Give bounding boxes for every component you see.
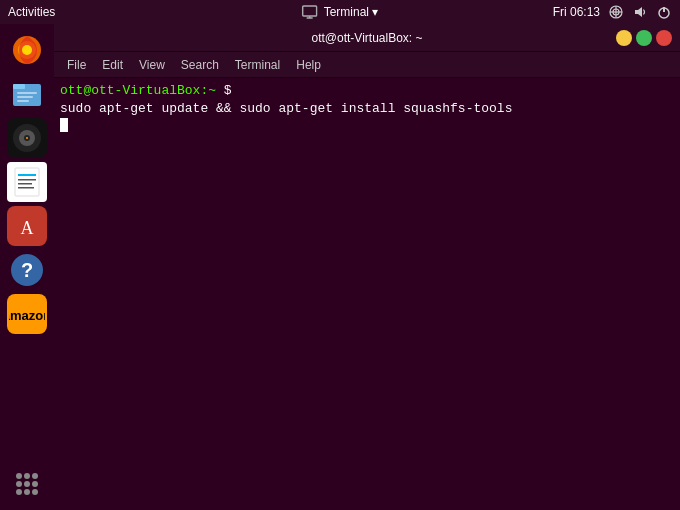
terminal-prompt-dollar: $ [216,82,239,100]
menu-edit[interactable]: Edit [95,56,130,74]
menu-terminal[interactable]: Terminal [228,56,287,74]
svg-rect-15 [17,92,37,94]
window-title-bar: ott@ott-VirtualBox: ~ [54,24,680,52]
system-clock: Fri 06:13 [553,5,600,19]
dock-show-apps[interactable] [7,464,47,504]
sound-icon[interactable] [632,4,648,20]
terminal-command: sudo apt-get update && sudo apt-get inst… [60,100,512,118]
svg-rect-16 [17,96,33,98]
dock-files[interactable] [7,74,47,114]
top-bar-title: Terminal ▾ [324,5,379,19]
activities-button[interactable]: Activities [8,5,55,19]
svg-rect-24 [18,179,36,181]
application-dock: A ? amazon [0,24,54,510]
svg-point-35 [32,473,38,479]
terminal-command-line: ott@ott-VirtualBox: ~ $ sudo apt-get upd… [60,82,674,118]
svg-point-41 [32,489,38,495]
svg-text:A: A [21,218,34,238]
svg-rect-22 [15,168,39,196]
svg-point-37 [24,481,30,487]
svg-rect-14 [13,84,25,89]
svg-point-40 [24,489,30,495]
svg-rect-17 [17,100,29,102]
svg-point-12 [22,45,32,55]
menu-view[interactable]: View [132,56,172,74]
tray-icons: Fri 06:13 [553,4,672,20]
terminal-prompt-path: ~ [208,82,216,100]
menu-file[interactable]: File [60,56,93,74]
dock-help[interactable]: ? [7,250,47,290]
svg-point-39 [16,489,22,495]
svg-point-21 [26,137,28,139]
dock-amazon[interactable]: amazon [7,294,47,334]
terminal-prompt-user: ott@ott-VirtualBox: [60,82,208,100]
svg-point-36 [16,481,22,487]
window-controls [616,30,672,46]
terminal-window: ott@ott-VirtualBox: ~ File Edit View Sea… [54,24,680,510]
terminal-menu-bar: File Edit View Search Terminal Help [54,52,680,78]
top-bar-center: Terminal ▾ [302,4,379,20]
terminal-cursor-line [60,118,674,132]
dock-music[interactable] [7,118,47,158]
top-system-bar: Activities Terminal ▾ Fri 06:13 [0,0,680,24]
dock-firefox[interactable] [7,30,47,70]
svg-text:amazon: amazon [9,308,45,323]
svg-rect-23 [18,174,36,176]
menu-search[interactable]: Search [174,56,226,74]
svg-rect-0 [303,6,317,16]
svg-rect-26 [18,187,34,189]
svg-point-34 [24,473,30,479]
terminal-title-icon [302,4,318,20]
terminal-cursor [60,118,68,132]
minimize-button[interactable] [616,30,632,46]
network-icon[interactable] [608,4,624,20]
dock-appstore[interactable]: A [7,206,47,246]
power-icon[interactable] [656,4,672,20]
menu-help[interactable]: Help [289,56,328,74]
maximize-button[interactable] [636,30,652,46]
terminal-output[interactable]: ott@ott-VirtualBox: ~ $ sudo apt-get upd… [54,78,680,510]
window-title: ott@ott-VirtualBox: ~ [311,31,422,45]
svg-point-33 [16,473,22,479]
svg-marker-7 [635,7,642,17]
svg-rect-25 [18,183,32,185]
close-button[interactable] [656,30,672,46]
svg-point-38 [32,481,38,487]
dock-writer[interactable] [7,162,47,202]
svg-text:?: ? [21,259,33,281]
